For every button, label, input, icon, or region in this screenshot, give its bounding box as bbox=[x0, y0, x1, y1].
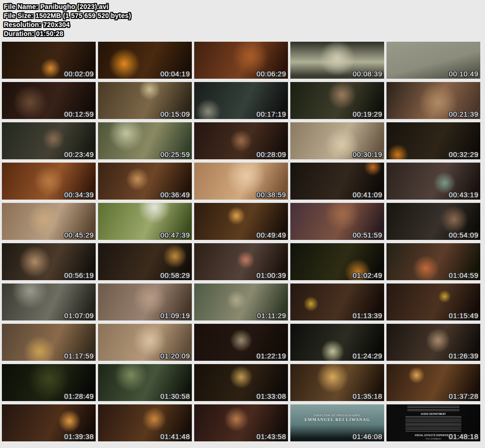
timestamp-overlay: 01:41:48 bbox=[161, 432, 190, 440]
video-thumbnail: 00:47:39 bbox=[98, 203, 192, 240]
timestamp-overlay: 00:36:49 bbox=[161, 191, 190, 199]
video-thumbnail: 00:58:29 bbox=[98, 243, 192, 280]
credits-text-lines bbox=[405, 416, 461, 432]
video-thumbnail: 00:41:09 bbox=[290, 163, 384, 200]
timestamp-overlay: 01:43:58 bbox=[257, 432, 286, 440]
credits-text-lines bbox=[407, 406, 459, 411]
timestamp-overlay: 01:35:18 bbox=[353, 392, 382, 400]
timestamp-overlay: 00:19:29 bbox=[353, 110, 382, 118]
timestamp-overlay: 00:49:49 bbox=[257, 231, 286, 239]
video-thumbnail: 01:35:18 bbox=[290, 364, 384, 401]
video-thumbnail: 01:39:38 bbox=[2, 404, 96, 441]
video-thumbnail: 00:43:19 bbox=[386, 163, 480, 200]
video-thumbnail: 01:33:08 bbox=[194, 364, 288, 401]
timestamp-overlay: 01:26:39 bbox=[449, 352, 478, 360]
timestamp-overlay: 01:37:28 bbox=[449, 392, 478, 400]
video-thumbnail: 00:10:49 bbox=[386, 42, 480, 79]
video-thumbnail: 00:32:29 bbox=[386, 122, 480, 159]
video-thumbnail: AUDIO DEPARTMENT VISUAL EFFECTS SUPERVIS… bbox=[386, 404, 480, 441]
timestamp-overlay: 00:08:39 bbox=[353, 70, 382, 78]
timestamp-overlay: 00:10:49 bbox=[449, 70, 478, 78]
video-thumbnail: 00:23:49 bbox=[2, 122, 96, 159]
file-size-line: File Size: 1502MB (1 575 659 520 bytes) bbox=[4, 11, 131, 20]
timestamp-overlay: 01:13:39 bbox=[353, 311, 382, 320]
video-thumbnail: 01:26:39 bbox=[386, 324, 480, 361]
video-thumbnail: 00:15:09 bbox=[98, 82, 192, 119]
video-thumbnail: 00:28:09 bbox=[194, 122, 288, 159]
timestamp-overlay: 00:25:59 bbox=[161, 150, 190, 158]
video-thumbnail: 01:24:29 bbox=[290, 324, 384, 361]
timestamp-overlay: 01:20:09 bbox=[161, 352, 190, 360]
timestamp-overlay: 00:58:29 bbox=[161, 271, 190, 279]
timestamp-overlay: 00:30:19 bbox=[353, 150, 382, 158]
timestamp-overlay: 01:09:19 bbox=[161, 311, 190, 320]
video-thumbnail: 00:08:39 bbox=[290, 42, 384, 79]
video-thumbnail: 01:30:58 bbox=[98, 364, 192, 401]
timestamp-overlay: 00:51:59 bbox=[353, 231, 382, 239]
video-thumbnail: 01:11:29 bbox=[194, 283, 288, 320]
timestamp-overlay: 00:45:29 bbox=[64, 231, 94, 239]
timestamp-overlay: 00:43:19 bbox=[449, 191, 478, 199]
timestamp-overlay: 00:47:39 bbox=[161, 231, 190, 239]
timestamp-overlay: 00:28:09 bbox=[257, 150, 286, 158]
video-thumbnail: 00:12:59 bbox=[2, 82, 96, 119]
video-thumbnail: 00:19:29 bbox=[290, 82, 384, 119]
video-thumbnail: 00:02:09 bbox=[2, 42, 96, 79]
credit-caption-name: EMMANUEL REI LIWANAG bbox=[290, 417, 384, 422]
timestamp-overlay: 00:02:09 bbox=[64, 70, 94, 78]
timestamp-overlay: 00:04:19 bbox=[161, 70, 190, 78]
video-thumbnail: 00:17:19 bbox=[194, 82, 288, 119]
timestamp-overlay: 00:38:59 bbox=[257, 191, 286, 199]
video-thumbnail: 00:06:29 bbox=[194, 42, 288, 79]
timestamp-overlay: 01:30:58 bbox=[161, 392, 190, 400]
video-thumbnail: 00:45:29 bbox=[2, 203, 96, 240]
credit-caption: DIRECTOR OF PHOTOGRAPHY EMMANUEL REI LIW… bbox=[290, 414, 384, 422]
video-thumbnail: 00:36:49 bbox=[98, 163, 192, 200]
timestamp-overlay: 00:32:29 bbox=[449, 150, 478, 158]
thumbnail-grid: 00:02:09 00:04:19 00:06:29 bbox=[2, 42, 480, 441]
timestamp-overlay: 00:34:39 bbox=[64, 191, 94, 199]
video-thumbnail: 01:09:19 bbox=[98, 283, 192, 320]
timestamp-overlay: 00:54:09 bbox=[449, 231, 478, 239]
video-thumbnail: 01:00:39 bbox=[194, 243, 288, 280]
credit-caption-role: DIRECTOR OF PHOTOGRAPHY bbox=[290, 414, 384, 417]
video-thumbnail: 00:30:19 bbox=[290, 122, 384, 159]
video-thumbnail: 01:07:09 bbox=[2, 283, 96, 320]
video-thumbnail: 01:17:59 bbox=[2, 324, 96, 361]
video-thumbnail: 00:56:19 bbox=[2, 243, 96, 280]
video-thumbnail: 01:28:49 bbox=[2, 364, 96, 401]
video-thumbnail: 01:15:49 bbox=[386, 283, 480, 320]
timestamp-overlay: 01:28:49 bbox=[64, 392, 94, 400]
timestamp-overlay: 01:15:49 bbox=[449, 311, 478, 320]
metadata-header: File Name: Panibugho (2023).avi File Siz… bbox=[4, 2, 131, 38]
timestamp-overlay: 01:24:29 bbox=[353, 352, 382, 360]
video-thumbnail: 00:51:59 bbox=[290, 203, 384, 240]
timestamp-overlay: 00:56:19 bbox=[64, 271, 94, 279]
timestamp-overlay: 00:12:59 bbox=[64, 110, 94, 118]
timestamp-overlay: 00:17:19 bbox=[257, 110, 286, 118]
timestamp-overlay: 00:23:49 bbox=[64, 150, 94, 158]
timestamp-overlay: 01:39:38 bbox=[64, 432, 94, 440]
timestamp-overlay: 01:00:39 bbox=[257, 271, 286, 279]
video-thumbnail: 01:43:58 bbox=[194, 404, 288, 441]
video-thumbnail: 01:41:48 bbox=[98, 404, 192, 441]
file-name-line: File Name: Panibugho (2023).avi bbox=[4, 2, 131, 11]
timestamp-overlay: 01:11:29 bbox=[257, 311, 286, 320]
timestamp-overlay: 00:41:09 bbox=[353, 191, 382, 199]
video-thumbnail: 01:37:28 bbox=[386, 364, 480, 401]
timestamp-overlay: 01:07:09 bbox=[64, 311, 94, 320]
video-thumbnail: 00:25:59 bbox=[98, 122, 192, 159]
resolution-line: Resolution: 720x304 bbox=[4, 20, 131, 29]
video-thumbnail: 01:22:19 bbox=[194, 324, 288, 361]
duration-line: Duration: 01:50:28 bbox=[4, 29, 131, 38]
timestamp-overlay: 01:22:19 bbox=[257, 352, 286, 360]
timestamp-overlay: 00:21:39 bbox=[449, 110, 478, 118]
video-thumbnail: 00:04:19 bbox=[98, 42, 192, 79]
timestamp-overlay: 00:06:29 bbox=[257, 70, 286, 78]
video-thumbnail: 00:21:39 bbox=[386, 82, 480, 119]
video-thumbnail: 00:54:09 bbox=[386, 203, 480, 240]
video-thumbnail: 01:04:59 bbox=[386, 243, 480, 280]
video-thumbnail: 00:34:39 bbox=[2, 163, 96, 200]
video-thumbnail: 00:38:59 bbox=[194, 163, 288, 200]
video-thumbnail: 01:02:49 bbox=[290, 243, 384, 280]
